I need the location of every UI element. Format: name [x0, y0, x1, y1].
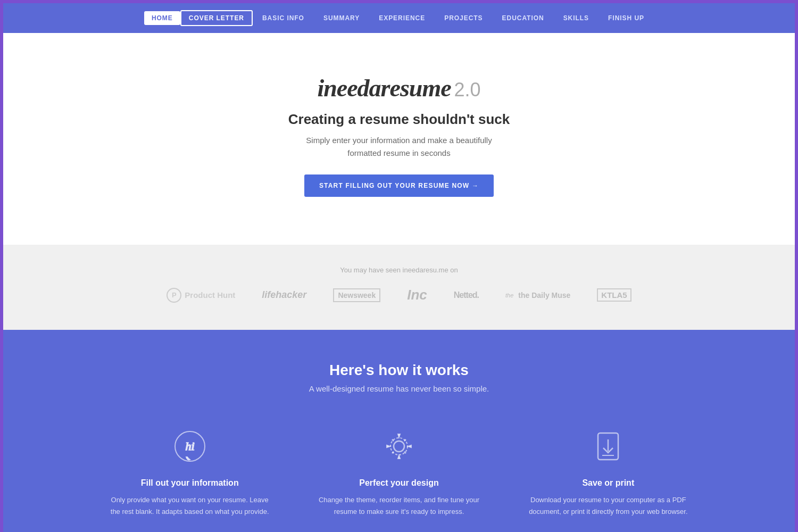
- nav-inner: HOME COVER LETTER BASIC INFO SUMMARY EXP…: [144, 10, 654, 26]
- nav-item-skills[interactable]: SKILLS: [554, 10, 598, 26]
- how-card-perfect-design: Perfect your design Change the theme, re…: [315, 425, 482, 518]
- press-logo-ktla: KTLA5: [597, 288, 631, 302]
- press-logo-product-hunt: P Product Hunt: [167, 288, 235, 303]
- press-logo-lifehacker: lifehacker: [262, 289, 306, 301]
- how-section: Here's how it works A well-designed resu…: [3, 330, 795, 532]
- how-card-save-print-title: Save or print: [582, 478, 634, 488]
- nav-item-home[interactable]: HOME: [144, 11, 180, 25]
- svg-text:hi: hi: [185, 439, 194, 453]
- logo: ineedaresume2.0: [317, 76, 480, 101]
- how-cards: hi Fill out your information Only provid…: [106, 425, 692, 518]
- press-logo-netted: Netted.: [454, 290, 479, 300]
- logo-script: ineedaresume: [317, 74, 451, 102]
- hero-section: ineedaresume2.0 Creating a resume should…: [3, 33, 795, 245]
- how-card-fill-info-title: Fill out your information: [141, 478, 239, 488]
- product-hunt-icon: P: [167, 288, 181, 303]
- the-prefix: the: [505, 292, 513, 298]
- svg-point-2: [394, 441, 404, 452]
- how-card-perfect-design-title: Perfect your design: [359, 478, 438, 488]
- how-card-perfect-design-text: Change the theme, reorder items, and fin…: [315, 494, 482, 518]
- how-card-save-print: Save or print Download your resume to yo…: [525, 425, 692, 518]
- nav-item-education[interactable]: EDUCATION: [493, 10, 554, 26]
- nav-item-basic-info[interactable]: BASIC INFO: [253, 10, 314, 26]
- how-title: Here's how it works: [329, 362, 469, 379]
- daily-muse-name: the Daily Muse: [518, 291, 570, 300]
- download-icon: [587, 425, 629, 468]
- navigation: HOME COVER LETTER BASIC INFO SUMMARY EXP…: [3, 3, 795, 33]
- how-subtitle: A well-designed resume has never been so…: [309, 384, 489, 393]
- hero-subtext: Simply enter your information and make a…: [306, 134, 492, 160]
- nav-item-summary[interactable]: SUMMARY: [314, 10, 369, 26]
- press-logo-newsweek: Newsweek: [333, 288, 380, 302]
- gear-icon: [378, 425, 420, 468]
- hero-headline: Creating a resume shouldn't suck: [288, 111, 510, 128]
- chat-icon: hi: [169, 425, 211, 468]
- logo-version: 2.0: [454, 79, 481, 101]
- press-logo-inc: Inc: [407, 287, 427, 303]
- cta-button[interactable]: START FILLING OUT YOUR RESUME NOW →: [304, 174, 494, 197]
- press-section: You may have seen ineedaresu.me on P Pro…: [3, 245, 795, 330]
- press-logo-daily-muse: the the Daily Muse: [505, 291, 570, 300]
- how-card-fill-info: hi Fill out your information Only provid…: [106, 425, 273, 518]
- how-card-fill-info-text: Only provide what you want on your resum…: [106, 494, 273, 518]
- press-tagline: You may have seen ineedaresu.me on: [340, 266, 458, 274]
- nav-item-experience[interactable]: EXPERIENCE: [369, 10, 435, 26]
- press-logos: P Product Hunt lifehacker Newsweek Inc N…: [167, 287, 631, 303]
- nav-item-projects[interactable]: PROJECTS: [435, 10, 492, 26]
- how-card-save-print-text: Download your resume to your computer as…: [525, 494, 692, 518]
- nav-item-cover-letter[interactable]: COVER LETTER: [180, 10, 253, 26]
- nav-item-finish-up[interactable]: FINISH UP: [598, 10, 654, 26]
